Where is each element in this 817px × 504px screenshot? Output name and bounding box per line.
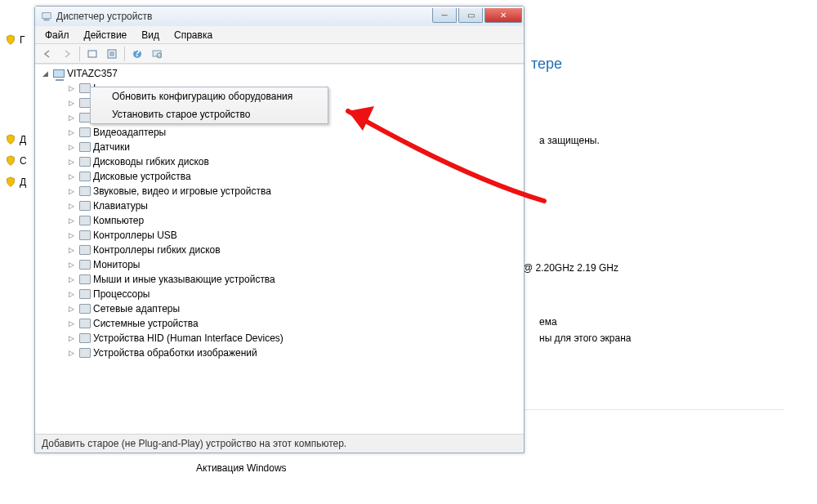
device-icon [78,126,92,139]
cpu-text-fragment: @ 2.20GHz 2.19 GHz [523,262,618,274]
tree-category-node[interactable]: ▷Системные устройства [65,316,524,331]
device-icon [78,185,92,198]
collapse-icon[interactable]: ◢ [38,69,51,78]
category-label: Контроллеры гибких дисков [92,244,221,256]
app-icon [40,10,53,23]
device-icon [78,214,92,227]
sidebar-item[interactable]: Д [0,131,34,149]
category-label: Контроллеры USB [92,230,177,241]
shield-icon [5,176,16,188]
system-text-fragment: ема [539,316,557,328]
menu-help[interactable]: Справка [167,28,219,42]
expand-icon[interactable]: ▷ [65,172,78,181]
svg-rect-1 [44,20,50,21]
device-icon [78,288,92,301]
expand-icon[interactable]: ▷ [65,158,78,166]
expand-icon[interactable]: ▷ [65,84,78,92]
toolbar-button[interactable] [103,46,121,62]
svg-text:?: ? [134,49,140,59]
sidebar-label-fragment: Д [20,176,26,188]
help-button[interactable]: ? [128,46,146,62]
device-manager-window: Диспетчер устройств ─ ▭ ✕ Файл Действие … [34,6,525,453]
tree-category-node[interactable]: ▷Компьютер [65,213,524,228]
scan-hardware-button[interactable] [148,46,166,62]
shield-icon [5,155,16,167]
device-icon [78,302,92,315]
sidebar-item[interactable]: Д [0,173,34,191]
expand-icon[interactable]: ▷ [65,349,78,357]
minimize-button[interactable]: ─ [432,8,457,23]
sidebar-item[interactable]: С [0,152,34,170]
category-label: Системные устройства [92,318,199,329]
device-icon [78,199,92,212]
tree-category-node[interactable]: ▷Звуковые, видео и игровые устройства [65,184,524,198]
svg-rect-2 [88,51,96,57]
expand-icon[interactable]: ▷ [65,231,78,239]
ctx-add-legacy[interactable]: Установить старое устройство [91,105,328,123]
expand-icon[interactable]: ▷ [65,246,78,254]
category-label: Мониторы [92,259,140,270]
root-label: VITAZC357 [66,68,118,79]
tree-category-node[interactable]: ▷Датчики [65,140,524,154]
device-icon [78,273,92,286]
shield-icon [5,134,16,145]
device-icon [78,170,92,183]
close-button[interactable]: ✕ [484,8,522,23]
tree-category-node[interactable]: ▷Видеоадаптеры [65,125,524,140]
menubar: Файл Действие Вид Справка [35,26,524,44]
device-icon [78,140,92,154]
tree-category-node[interactable]: ▷Процессоры [65,287,524,301]
category-label: Видеоадаптеры [92,127,166,138]
device-icon [78,317,92,330]
category-label: Мыши и иные указывающие устройства [92,274,275,285]
expand-icon[interactable]: ▷ [65,202,78,210]
expand-icon[interactable]: ▷ [65,187,78,195]
expand-icon[interactable]: ▷ [65,261,78,269]
system-heading-fragment: тере [531,56,801,73]
tree-category-node[interactable]: ▷Дисководы гибких дисков [65,154,524,169]
toolbar: ? [35,44,524,64]
expand-icon[interactable]: ▷ [65,99,78,107]
expand-icon[interactable]: ▷ [65,275,78,283]
titlebar[interactable]: Диспетчер устройств ─ ▭ ✕ [35,7,524,26]
device-icon [78,258,92,271]
expand-icon[interactable]: ▷ [65,143,78,151]
expand-icon[interactable]: ▷ [65,319,78,328]
category-label: Звуковые, видео и игровые устройства [92,185,271,197]
nav-forward-button[interactable] [58,46,76,62]
screen-text-fragment: ны для этого экрана [539,332,631,344]
tree-root-node[interactable]: ◢ VITAZC357 [38,66,524,81]
tree-category-node[interactable]: ▷Сетевые адаптеры [65,301,524,316]
tree-category-node[interactable]: ▷Устройства HID (Human Interface Devices… [65,331,524,346]
shield-icon [5,34,16,46]
tree-category-node[interactable]: ▷Клавиатуры [65,198,524,213]
menu-action[interactable]: Действие [78,28,134,42]
expand-icon[interactable]: ▷ [65,114,78,122]
statusbar: Добавить старое (не Plug-and-Play) устро… [35,435,524,453]
expand-icon[interactable]: ▷ [65,128,78,136]
menu-view[interactable]: Вид [135,28,166,42]
menu-file[interactable]: Файл [38,28,76,42]
nav-back-button[interactable] [38,46,56,62]
tree-category-node[interactable]: ▷Контроллеры USB [65,228,524,243]
category-label: Датчики [92,141,130,153]
expand-icon[interactable]: ▷ [65,216,78,225]
toolbar-button[interactable] [83,46,101,62]
sidebar-item[interactable]: Г [0,31,34,49]
category-label: Дисководы гибких дисков [92,156,209,167]
category-label: Устройства обработки изображений [92,347,257,359]
ctx-scan-hardware[interactable]: Обновить конфигурацию оборудования [91,87,328,105]
tree-category-node[interactable]: ▷Контроллеры гибких дисков [65,243,524,257]
tree-category-node[interactable]: ▷Устройства обработки изображений [65,346,524,360]
tree-category-node[interactable]: ▷Мониторы [65,257,524,272]
sidebar-label-fragment: Д [20,134,26,145]
expand-icon[interactable]: ▷ [65,334,78,342]
maximize-button[interactable]: ▭ [458,8,483,23]
tree-category-node[interactable]: ▷Дисковые устройства [65,169,524,184]
status-text: Добавить старое (не Plug-and-Play) устро… [42,438,346,449]
expand-icon[interactable]: ▷ [65,305,78,313]
tree-category-node[interactable]: ▷Мыши и иные указывающие устройства [65,272,524,287]
expand-icon[interactable]: ▷ [65,290,78,298]
category-label: Сетевые адаптеры [92,303,180,314]
device-icon [78,332,92,345]
